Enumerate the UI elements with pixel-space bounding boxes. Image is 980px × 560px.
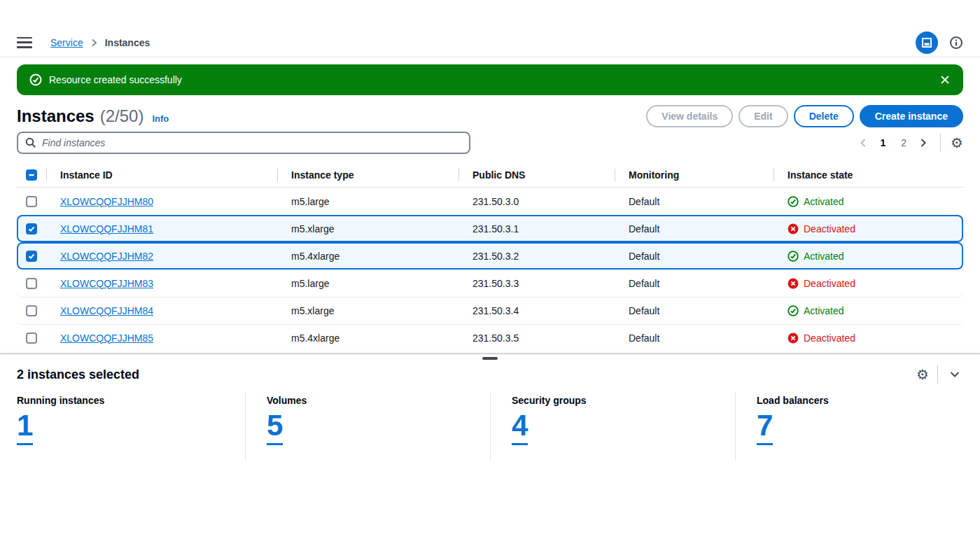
app-root: Service Instances [0, 0, 980, 560]
cell-instance-type: m5.large [277, 196, 458, 207]
cell-public-dns: 231.50.3.0 [458, 196, 615, 207]
instance-id-link[interactable]: XLOWCQQFJJHM85 [60, 332, 153, 344]
instances-table: Instance ID Instance type Public DNS Mon… [17, 163, 963, 351]
title-wrap: Instances (2/50) Info [17, 106, 169, 126]
close-icon[interactable] [939, 74, 951, 85]
cell-instance-state: Deactivated [774, 223, 962, 234]
cell-instance-type: m5.4xlarge [277, 251, 458, 262]
page-button-2[interactable]: 2 [895, 134, 912, 151]
stat-label: Running instances [17, 395, 245, 406]
cell-public-dns: 231.50.3.3 [458, 278, 615, 289]
search-icon [25, 137, 36, 148]
next-page-icon[interactable] [916, 135, 930, 150]
cell-instance-id: XLOWCQQFJJHM80 [46, 196, 277, 207]
table-row[interactable]: XLOWCQQFJJHM85 m5.4xlarge 231.50.3.5 Def… [17, 324, 963, 351]
row-checkbox[interactable] [26, 251, 37, 262]
stat-value-link[interactable]: 1 [17, 410, 33, 445]
stat-running-instances: Running instances 1 [0, 392, 245, 461]
split-panel-toggle-icon[interactable] [916, 31, 938, 54]
split-panel-title: 2 instances selected [17, 368, 139, 382]
status-deactivated-icon [788, 278, 799, 289]
breadcrumb: Service Instances [50, 37, 150, 48]
instance-state-label: Deactivated [804, 332, 855, 344]
pagination: 1 2 ⚙ [856, 134, 963, 152]
column-header-public-dns[interactable]: Public DNS [458, 163, 615, 187]
split-panel-glyph [921, 37, 932, 48]
close-glyph [939, 74, 951, 85]
stat-volumes: Volumes 5 [245, 392, 490, 461]
table-header-row: Instance ID Instance type Public DNS Mon… [17, 163, 963, 188]
header-actions: View details Edit Delete Create instance [646, 105, 963, 127]
split-panel: 2 instances selected ⚙ Running instances… [0, 354, 980, 560]
cell-public-dns: 231.50.3.1 [458, 223, 615, 234]
row-checkbox-cell [18, 223, 46, 234]
edit-button[interactable]: Edit [738, 105, 788, 127]
menu-icon[interactable] [17, 37, 32, 48]
row-checkbox-cell [18, 305, 46, 316]
column-header-instance-id[interactable]: Instance ID [46, 163, 277, 187]
row-checkbox[interactable] [26, 278, 37, 289]
cell-instance-id: XLOWCQQFJJHM82 [46, 251, 277, 262]
view-details-button[interactable]: View details [646, 105, 733, 127]
breadcrumb-chevron-icon [90, 38, 98, 47]
cell-instance-type: m5.xlarge [277, 223, 458, 234]
flash-message: Resource created successfully [49, 74, 182, 85]
table-toolbar: 1 2 ⚙ [17, 132, 963, 154]
top-navigation: Service Instances [0, 0, 980, 57]
row-checkbox[interactable] [26, 305, 37, 316]
info-icon[interactable] [949, 36, 963, 50]
instance-state-label: Activated [804, 196, 844, 207]
cell-instance-id: XLOWCQQFJJHM85 [46, 332, 277, 344]
instance-id-link[interactable]: XLOWCQQFJJHM84 [60, 305, 153, 316]
indeterminate-dash-glyph [28, 172, 35, 178]
row-checkbox-cell [18, 332, 46, 344]
cell-monitoring: Default [615, 332, 774, 344]
status-activated-icon [788, 196, 799, 207]
table-row[interactable]: XLOWCQQFJJHM81 m5.xlarge 231.50.3.1 Defa… [17, 215, 963, 242]
page-button-1[interactable]: 1 [874, 134, 891, 151]
row-checkbox[interactable] [26, 223, 37, 234]
status-activated-icon [788, 305, 799, 316]
search-input[interactable] [42, 137, 462, 148]
cell-instance-state: Deactivated [774, 278, 962, 289]
column-header-instance-type[interactable]: Instance type [277, 163, 458, 187]
breadcrumb-service-link[interactable]: Service [50, 37, 83, 48]
create-instance-button[interactable]: Create instance [860, 105, 963, 127]
cell-monitoring: Default [615, 223, 774, 234]
row-checkbox-cell [18, 278, 46, 289]
stat-value-link[interactable]: 4 [512, 410, 528, 445]
row-checkbox[interactable] [26, 332, 37, 344]
table-row[interactable]: XLOWCQQFJJHM82 m5.4xlarge 231.50.3.2 Def… [17, 242, 963, 270]
success-check-icon [29, 74, 42, 86]
page-header: Instances (2/50) Info View details Edit … [17, 105, 963, 127]
search-box[interactable] [17, 132, 470, 154]
prev-page-icon[interactable] [856, 135, 870, 150]
info-glyph [949, 36, 963, 50]
stat-label: Security groups [512, 395, 735, 406]
table-row[interactable]: XLOWCQQFJJHM84 m5.xlarge 231.50.3.4 Defa… [17, 297, 963, 324]
instance-id-link[interactable]: XLOWCQQFJJHM83 [60, 278, 153, 289]
drag-handle[interactable] [482, 357, 498, 360]
cell-instance-type: m5.xlarge [277, 305, 458, 316]
instance-id-link[interactable]: XLOWCQQFJJHM81 [60, 223, 153, 234]
split-panel-gear-icon[interactable]: ⚙ [916, 368, 929, 382]
column-header-monitoring[interactable]: Monitoring [615, 163, 774, 187]
column-header-instance-state[interactable]: Instance state [774, 163, 963, 187]
table-row[interactable]: XLOWCQQFJJHM83 m5.large 231.50.3.3 Defau… [17, 270, 963, 297]
chevron-down-glyph [949, 370, 960, 379]
instance-id-link[interactable]: XLOWCQQFJJHM80 [60, 196, 153, 207]
table-row[interactable]: XLOWCQQFJJHM80 m5.large 231.50.3.0 Defau… [17, 188, 963, 215]
chevron-down-icon[interactable] [946, 368, 963, 382]
row-checkbox[interactable] [26, 196, 37, 207]
select-all-checkbox[interactable] [26, 169, 37, 181]
info-link[interactable]: Info [152, 113, 169, 124]
resource-counter: (2/50) [100, 106, 144, 126]
stat-label: Volumes [267, 395, 490, 406]
preferences-gear-icon[interactable]: ⚙ [951, 136, 963, 150]
stat-value-link[interactable]: 5 [267, 410, 283, 445]
delete-button[interactable]: Delete [794, 105, 854, 127]
instance-id-link[interactable]: XLOWCQQFJJHM82 [60, 251, 153, 262]
instance-state-label: Deactivated [804, 223, 855, 234]
stat-value-link[interactable]: 7 [757, 410, 773, 445]
flash-success: Resource created successfully [17, 64, 963, 95]
